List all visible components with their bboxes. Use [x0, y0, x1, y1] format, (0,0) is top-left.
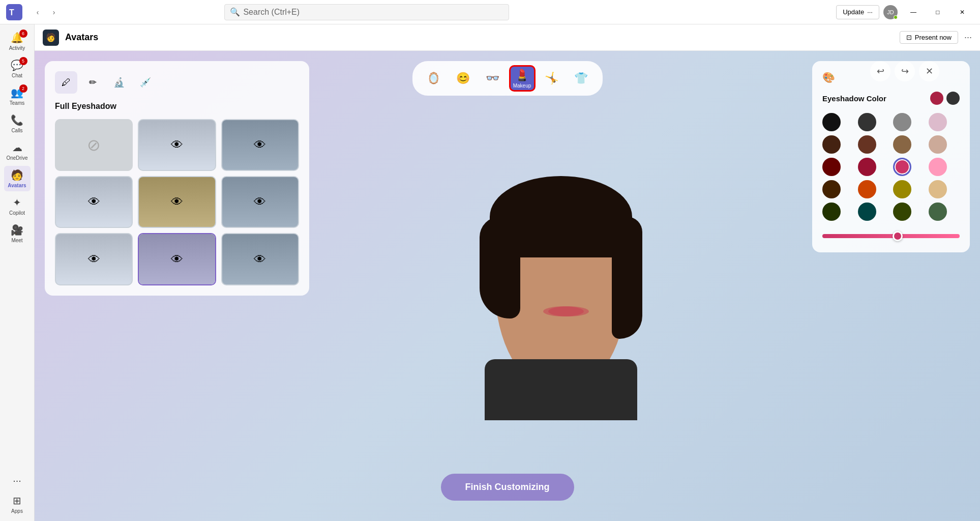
present-now-button[interactable]: ⊡ Present now [900, 31, 958, 44]
apps-icon: ⊞ [13, 495, 21, 507]
onedrive-icon: ☁ [12, 141, 22, 154]
sidebar-item-meet[interactable]: 🎥 Meet [4, 221, 31, 246]
sidebar-item-apps[interactable]: ⊞ Apps [4, 491, 31, 517]
close-button[interactable]: ✕ [951, 4, 974, 20]
color-title-row: Eyeshadow Color [822, 92, 960, 105]
present-label: Present now [915, 34, 952, 41]
titlebar-left: T ‹ › [6, 4, 61, 20]
color-dot-9[interactable] [858, 158, 876, 176]
section-title: Full Eyeshadow [55, 102, 299, 111]
sidebar-item-calls[interactable]: 📞 Calls [4, 111, 31, 136]
eyeshadow-style-8[interactable]: 👁 [221, 233, 299, 285]
app-icon: 🧑 [46, 33, 56, 42]
meet-icon: 🎥 [11, 224, 23, 236]
avatars-label: Avatars [8, 183, 26, 188]
sidebar-item-teams[interactable]: 👥 2 Teams [4, 83, 31, 109]
finish-customizing-button[interactable]: Finish Customizing [441, 474, 574, 501]
tool-tab-2[interactable]: ✏ [81, 71, 104, 94]
eyeshadow-style-5[interactable]: 👁 [221, 176, 299, 228]
avatar-jacket [485, 359, 637, 420]
color-dot-11[interactable] [929, 158, 947, 176]
main-content: 🧑 Avatars ⊡ Present now ··· 🖊 ✏ 🔬 💉 Full… [35, 24, 980, 521]
avatar-area [319, 51, 802, 521]
update-more-icon: ··· [867, 8, 873, 16]
selected-color-1[interactable] [930, 92, 943, 105]
app-title: Avatars [65, 32, 98, 43]
eyeshadow-style-6[interactable]: 👁 [55, 233, 133, 285]
color-dot-14[interactable] [893, 180, 911, 198]
eyeshadow-style-1[interactable]: 👁 [138, 119, 216, 171]
opacity-slider-container [822, 229, 960, 242]
finish-label: Finish Customizing [465, 482, 550, 492]
search-icon: 🔍 [230, 7, 240, 17]
opacity-slider[interactable] [822, 234, 960, 238]
right-panel: 🎨 Eyeshadow Color [812, 61, 970, 252]
color-dot-18[interactable] [893, 202, 911, 221]
color-dot-0[interactable] [822, 113, 841, 131]
eyeshadow-style-4[interactable]: 👁 [138, 176, 216, 228]
header-more-button[interactable]: ··· [964, 32, 972, 43]
color-dot-17[interactable] [858, 202, 876, 221]
nav-buttons: ‹ › [31, 5, 61, 19]
color-dot-1[interactable] [858, 113, 876, 131]
close-editor-button[interactable]: ✕ [919, 61, 939, 81]
tool-tab-3[interactable]: 🔬 [108, 71, 130, 94]
eyeshadow-right [548, 306, 589, 316]
minimize-button[interactable]: — [902, 4, 925, 20]
color-panel-title: Eyeshadow Color [822, 94, 886, 103]
undo-button[interactable]: ↩ [870, 61, 890, 81]
eye-thumb-5: 👁 [222, 177, 298, 227]
color-dot-2[interactable] [893, 113, 911, 131]
color-dot-8[interactable] [822, 158, 841, 176]
eye-thumb-1: 👁 [139, 120, 215, 170]
color-dot-15[interactable] [929, 180, 947, 198]
app-icon-box: 🧑 [43, 30, 59, 46]
eyeshadow-style-7[interactable]: 👁 [138, 233, 216, 285]
edit-toolbar: ↩ ↪ ✕ [870, 61, 939, 81]
color-dot-3[interactable] [929, 113, 947, 131]
color-dot-10[interactable] [893, 158, 911, 176]
status-dot [894, 15, 898, 19]
color-dot-5[interactable] [858, 135, 876, 154]
titlebar: T ‹ › 🔍 Search (Ctrl+E) Update ··· JD — … [0, 0, 980, 24]
color-dot-6[interactable] [893, 135, 911, 154]
sidebar-item-onedrive[interactable]: ☁ OneDrive [4, 138, 31, 164]
back-button[interactable]: ‹ [31, 5, 45, 19]
redo-button[interactable]: ↪ [895, 61, 915, 81]
tool-tab-4[interactable]: 💉 [134, 71, 157, 94]
sidebar-item-avatars[interactable]: 🧑 Avatars [4, 166, 31, 191]
sidebar-item-copilot[interactable]: ✦ Copilot [4, 193, 31, 219]
teams-label: Teams [10, 100, 24, 106]
color-dot-13[interactable] [858, 180, 876, 198]
search-bar[interactable]: 🔍 Search (Ctrl+E) [224, 4, 509, 20]
user-avatar[interactable]: JD [883, 5, 898, 19]
color-dot-4[interactable] [822, 135, 841, 154]
selected-color-2[interactable] [946, 92, 960, 105]
forward-button[interactable]: › [47, 5, 61, 19]
search-placeholder: Search (Ctrl+E) [243, 8, 300, 17]
none-icon: ⊘ [87, 135, 101, 155]
sidebar-item-more[interactable]: ··· [4, 472, 31, 489]
color-dot-19[interactable] [929, 202, 947, 221]
avatar-face [464, 176, 658, 420]
sidebar-item-chat[interactable]: 💬 5 Chat [4, 56, 31, 81]
svg-text:T: T [9, 8, 14, 17]
eyeshadow-style-3[interactable]: 👁 [55, 176, 133, 228]
update-button[interactable]: Update ··· [836, 5, 879, 19]
color-dot-16[interactable] [822, 202, 841, 221]
calls-label: Calls [11, 128, 22, 133]
eye-thumb-3: 👁 [56, 177, 132, 227]
update-label: Update [843, 8, 864, 16]
color-dot-12[interactable] [822, 180, 841, 198]
teams-app-icon: T [6, 4, 22, 20]
eyeshadow-none[interactable]: ⊘ [55, 119, 133, 171]
sidebar-item-activity[interactable]: 🔔 6 Activity [4, 28, 31, 54]
color-dot-7[interactable] [929, 135, 947, 154]
app-header: 🧑 Avatars ⊡ Present now ··· [35, 24, 980, 51]
apps-label: Apps [11, 508, 23, 514]
activity-badge: 6 [19, 30, 27, 38]
eye-thumb-7: 👁 [139, 234, 215, 284]
eyeshadow-style-2[interactable]: 👁 [221, 119, 299, 171]
maximize-button[interactable]: □ [926, 4, 949, 20]
tool-tab-1[interactable]: 🖊 [55, 71, 77, 94]
